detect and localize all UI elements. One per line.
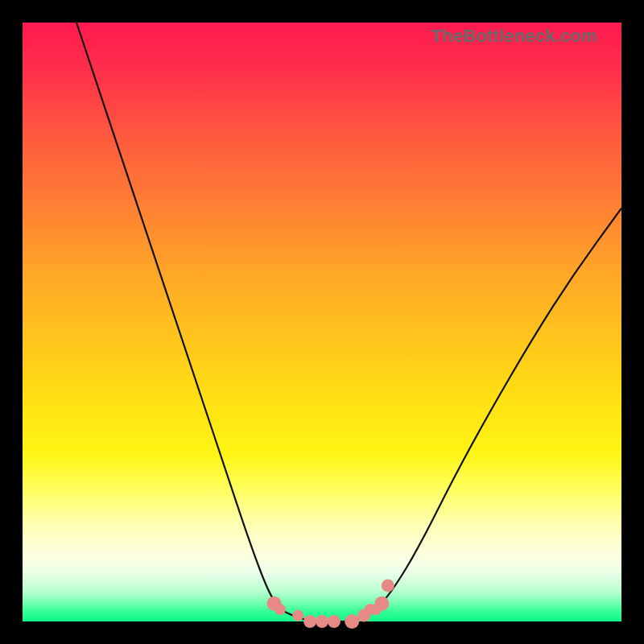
bottleneck-curve [76,23,621,621]
minimum-dot [275,604,286,615]
chart-frame: TheBottleneck.com [0,0,644,644]
minimum-dot [382,579,394,592]
minimum-dot [292,610,303,621]
minimum-dot [316,615,328,628]
minimum-dot [328,615,341,628]
plot-area: TheBottleneck.com [23,23,621,621]
minimum-dot [374,597,389,611]
minimum-dot [303,615,316,628]
minimum-dots-group [267,579,394,629]
minimum-dot [345,614,359,629]
curve-layer [23,23,621,621]
